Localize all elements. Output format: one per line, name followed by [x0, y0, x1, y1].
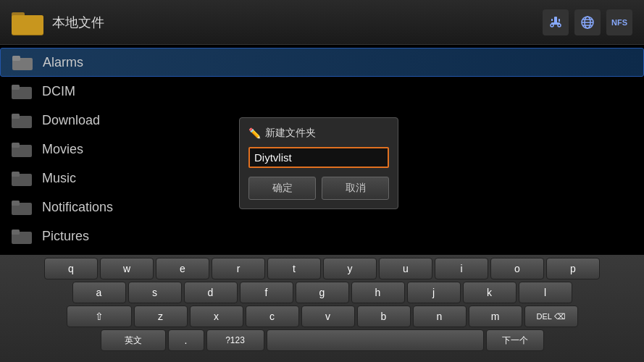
key-s[interactable]: s: [128, 282, 182, 303]
folder-icon: [12, 141, 32, 157]
space-key[interactable]: [267, 329, 484, 351]
svg-rect-8: [559, 19, 560, 22]
svg-rect-21: [12, 143, 20, 148]
folder-icon: [12, 228, 32, 244]
key-y[interactable]: y: [323, 258, 377, 279]
file-name: Alarms: [43, 55, 83, 70]
header: 本地文件 NFS: [0, 0, 644, 45]
key-i[interactable]: i: [435, 258, 488, 279]
dialog-buttons: 确定 取消: [248, 177, 389, 200]
next-key[interactable]: 下一个: [486, 329, 544, 351]
keyboard-row-4: 英文 . ?123 下一个: [4, 329, 640, 351]
usb-button[interactable]: [543, 9, 569, 35]
key-q[interactable]: q: [44, 258, 98, 279]
svg-rect-27: [12, 230, 20, 235]
file-name: Notifications: [42, 200, 113, 215]
folder-icon: [12, 112, 32, 128]
keyboard-row-3: ⇧ z x c v b n m DEL ⌫: [4, 306, 640, 327]
key-n[interactable]: n: [413, 306, 467, 327]
dialog-title: ✏️ 新建文件夹: [248, 127, 389, 140]
svg-point-6: [558, 24, 561, 27]
keyboard-row-1: q w e r t y u i o p: [4, 258, 640, 279]
key-u[interactable]: u: [379, 258, 432, 279]
list-item[interactable]: Pictures: [0, 222, 644, 251]
key-l[interactable]: l: [519, 282, 572, 303]
symbol-key[interactable]: ?123: [206, 329, 264, 351]
key-k[interactable]: k: [463, 282, 517, 303]
svg-rect-19: [12, 114, 20, 119]
svg-rect-23: [12, 172, 20, 177]
key-v[interactable]: v: [301, 306, 355, 327]
folder-icon: [12, 199, 32, 215]
list-item[interactable]: Alarms: [0, 48, 644, 77]
list-item[interactable]: DCIM: [0, 77, 644, 106]
keyboard: q w e r t y u i o p a s d f g h j k l ⇧ …: [0, 255, 644, 362]
key-f[interactable]: f: [240, 282, 293, 303]
folder-icon: [12, 170, 32, 186]
folder-name-input[interactable]: [248, 147, 389, 168]
key-c[interactable]: c: [246, 306, 299, 327]
shift-key[interactable]: ⇧: [67, 306, 132, 327]
header-actions: NFS: [543, 9, 632, 35]
page-title: 本地文件: [52, 14, 543, 31]
file-name: Download: [42, 113, 100, 128]
svg-rect-15: [12, 56, 20, 61]
language-key[interactable]: 英文: [101, 329, 166, 351]
key-z[interactable]: z: [134, 306, 188, 327]
dot-key[interactable]: .: [168, 329, 204, 351]
key-w[interactable]: w: [100, 258, 154, 279]
key-j[interactable]: j: [407, 282, 461, 303]
globe-button[interactable]: [574, 9, 601, 35]
svg-rect-17: [12, 85, 20, 90]
folder-icon: [12, 54, 33, 70]
key-b[interactable]: b: [357, 306, 411, 327]
key-p[interactable]: p: [546, 258, 600, 279]
file-name: DCIM: [42, 84, 75, 99]
key-e[interactable]: e: [156, 258, 209, 279]
svg-point-5: [551, 24, 553, 27]
new-folder-dialog: ✏️ 新建文件夹 确定 取消: [239, 117, 398, 209]
confirm-button[interactable]: 确定: [248, 177, 316, 200]
folder-icon: [12, 83, 32, 99]
svg-rect-2: [12, 15, 43, 35]
key-g[interactable]: g: [296, 282, 349, 303]
file-list: Alarms DCIM Download Movies: [0, 45, 644, 255]
key-a[interactable]: a: [72, 282, 126, 303]
delete-key[interactable]: DEL ⌫: [524, 306, 578, 327]
key-o[interactable]: o: [490, 258, 544, 279]
key-t[interactable]: t: [267, 258, 321, 279]
folder-icon: [12, 9, 43, 35]
nfs-button[interactable]: NFS: [606, 9, 632, 35]
keyboard-row-2: a s d f g h j k l: [4, 282, 640, 303]
file-name: Movies: [42, 142, 83, 157]
pencil-icon: ✏️: [248, 127, 261, 139]
file-name: Music: [42, 171, 76, 186]
file-name: Pictures: [42, 229, 89, 244]
cancel-button[interactable]: 取消: [322, 177, 389, 200]
key-r[interactable]: r: [212, 258, 265, 279]
key-d[interactable]: d: [184, 282, 238, 303]
key-h[interactable]: h: [351, 282, 405, 303]
key-m[interactable]: m: [469, 306, 522, 327]
key-x[interactable]: x: [190, 306, 243, 327]
svg-rect-7: [551, 19, 553, 21]
svg-rect-25: [12, 201, 20, 206]
